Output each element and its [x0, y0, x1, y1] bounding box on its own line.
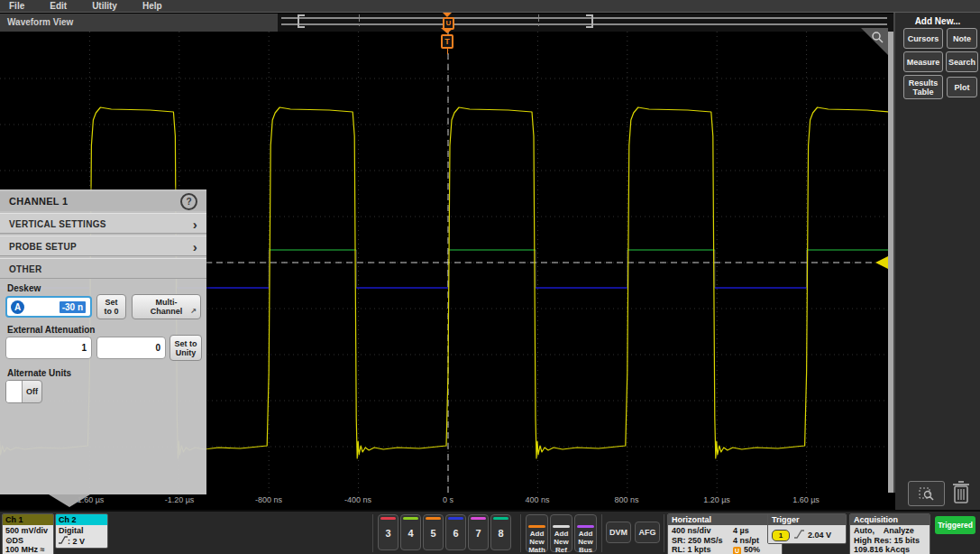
ch1-bandwidth: 100 MHz ≈	[5, 545, 50, 554]
horizontal-title: Horizontal	[668, 514, 782, 525]
multipurpose-a-icon: A	[11, 300, 24, 314]
menu-utility[interactable]: Utility	[92, 1, 117, 11]
ch1-badge[interactable]: Ch 1 500 mV/div ⊙DS 100 MHz ≈	[2, 513, 54, 554]
triggered-status-badge: Triggered	[935, 516, 975, 534]
acq-resolution: High Res: 15 bits	[854, 536, 926, 546]
channel-3-button[interactable]: 3	[378, 514, 398, 550]
trigger-position-flag[interactable]: T	[441, 28, 453, 54]
acq-mode: Auto, Analyze	[854, 526, 926, 536]
trigger-flag-label: T	[441, 34, 453, 49]
set-to-unity-button[interactable]: Set to Unity	[169, 335, 202, 361]
attenuation-value-1: 1	[81, 343, 87, 353]
expand-arrow-icon: ↗	[190, 307, 197, 316]
ch2-mode: Digital	[59, 526, 105, 536]
waveform-view-tab[interactable]: Waveform View	[0, 14, 278, 32]
acquisition-panel[interactable]: Acquisition Auto, Analyze High Res: 15 b…	[849, 513, 930, 554]
ch2-badge[interactable]: Ch 2 Digital : 2 V	[55, 513, 108, 549]
record-division-mark	[359, 14, 360, 26]
time-axis: -1.60 µs -1.20 µs -800 ns -400 ns 0 s 40…	[0, 493, 895, 510]
section-other[interactable]: OTHER	[0, 258, 206, 279]
add-new-math-button[interactable]: Add New Math	[526, 514, 548, 552]
alternate-units-toggle[interactable]: Off	[5, 380, 42, 403]
divider	[664, 514, 664, 552]
horizontal-panel[interactable]: Horizontal 400 ns/div4 µs SR: 250 MS/s4 …	[667, 513, 783, 554]
axis-tick: -800 ns	[255, 495, 282, 504]
cursors-button[interactable]: Cursors	[903, 28, 943, 49]
ch1-header: Ch 1	[3, 514, 53, 525]
add-new-ref-button[interactable]: Add New Ref	[550, 514, 572, 552]
record-view-bar[interactable]	[281, 17, 887, 25]
deskew-value: -30 n	[60, 301, 86, 313]
results-table-button[interactable]: Results Table	[903, 75, 943, 99]
trash-icon[interactable]	[951, 479, 971, 504]
trigger-panel[interactable]: Trigger 12.04 V	[767, 513, 847, 544]
toggle-knob	[6, 381, 23, 402]
trigger-level-value: 2.04 V	[808, 531, 831, 540]
add-new-title: Add New...	[895, 16, 980, 26]
box-zoom-icon	[919, 486, 935, 501]
divider	[601, 514, 602, 552]
measure-button[interactable]: Measure	[903, 51, 943, 72]
external-attenuation-label: External Attenuation	[7, 325, 95, 335]
search-button[interactable]: Search	[946, 51, 978, 72]
channel-6-button[interactable]: 6	[445, 514, 466, 550]
chevron-right-icon: ›	[193, 214, 197, 235]
axis-tick: 1.60 µs	[792, 495, 820, 504]
axis-tick: -400 ns	[344, 495, 371, 504]
alternate-units-label: Alternate Units	[7, 368, 71, 378]
rising-edge-icon	[793, 529, 805, 540]
magnifier-icon	[871, 31, 884, 43]
axis-tick: 1.20 µs	[703, 495, 730, 504]
zoom-window-right-bracket[interactable]	[586, 14, 593, 28]
set-to-zero-button[interactable]: Set to 0	[96, 294, 126, 319]
acquisition-title: Acquisition	[850, 514, 930, 525]
attenuation-input-2[interactable]: 0	[96, 337, 166, 359]
add-new-panel: Add New... Cursors Note Measure Search R…	[895, 13, 980, 510]
axis-tick: -1.20 µs	[165, 495, 195, 504]
plot-button[interactable]: Plot	[947, 77, 977, 97]
zoom-mode-button[interactable]	[908, 481, 945, 506]
section-probe-setup[interactable]: PROBE SETUP ›	[0, 235, 206, 256]
menu-edit[interactable]: Edit	[50, 1, 67, 11]
add-new-bus-button[interactable]: Add New Bus	[574, 514, 597, 552]
chevron-right-icon: ›	[193, 236, 197, 257]
attenuation-value-2: 0	[155, 343, 160, 353]
axis-tick: 0 s	[443, 495, 453, 504]
trigger-level-arrow[interactable]	[875, 256, 888, 269]
ch2-threshold: : 2 V	[59, 536, 105, 547]
trigger-flag-pole	[447, 49, 448, 54]
probe-icon: ⊙	[5, 536, 13, 545]
section-label: PROBE SETUP	[9, 242, 77, 252]
menu-file[interactable]: File	[9, 1, 24, 11]
toggle-state: Off	[23, 381, 41, 402]
zoom-window-left-bracket[interactable]	[298, 14, 305, 28]
afg-button[interactable]: AFG	[635, 522, 660, 543]
menubar: File Edit Utility Help	[0, 0, 980, 13]
channel1-dialog: CHANNEL 1 ? VERTICAL SETTINGS › PROBE SE…	[0, 189, 206, 494]
oscilloscope-screen: File Edit Utility Help Waveform View U T…	[0, 0, 980, 554]
acq-count: 109.816 kAcqs	[854, 545, 926, 554]
note-button[interactable]: Note	[947, 28, 977, 49]
dialog-pointer	[49, 494, 90, 507]
axis-tick: 400 ns	[525, 495, 549, 504]
deskew-input[interactable]: A -30 n	[5, 296, 92, 318]
multi-channel-button[interactable]: Multi- Channel ↗	[132, 294, 201, 319]
divider	[520, 514, 521, 552]
dvm-button[interactable]: DVM	[606, 522, 631, 543]
channel-7-button[interactable]: 7	[468, 514, 489, 550]
multi-channel-label: Multi- Channel	[151, 298, 183, 316]
channel-5-button[interactable]: 5	[423, 514, 444, 550]
ch1-coupling: ⊙DS	[5, 536, 50, 546]
section-vertical-settings[interactable]: VERTICAL SETTINGS ›	[0, 213, 206, 234]
divider	[372, 514, 373, 552]
trigger-title: Trigger	[768, 514, 846, 525]
menu-help[interactable]: Help	[142, 1, 162, 11]
slope-icon	[59, 536, 68, 544]
ch1-scale: 500 mV/div	[5, 526, 50, 536]
section-label: VERTICAL SETTINGS	[9, 219, 106, 229]
channel-4-button[interactable]: 4	[400, 514, 421, 550]
channel-8-button[interactable]: 8	[490, 514, 511, 550]
attenuation-input-1[interactable]: 1	[5, 337, 92, 359]
bandwidth-icon: ≈	[41, 545, 45, 554]
help-icon[interactable]: ?	[180, 193, 197, 210]
